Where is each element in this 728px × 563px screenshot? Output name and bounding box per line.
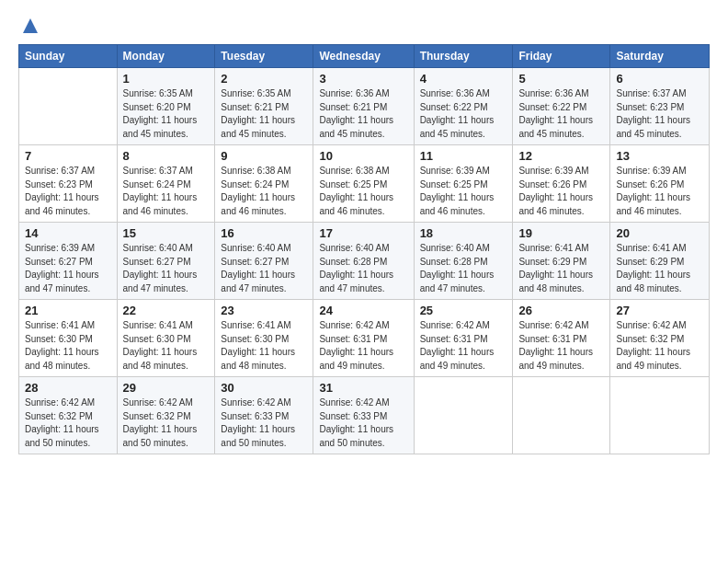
day-info: Sunrise: 6:42 AMSunset: 6:33 PMDaylight:… bbox=[319, 396, 407, 450]
day-number: 25 bbox=[420, 304, 507, 317]
day-number: 8 bbox=[123, 149, 210, 163]
day-info: Sunrise: 6:36 AMSunset: 6:21 PMDaylight:… bbox=[319, 87, 407, 141]
calendar-cell: 13Sunrise: 6:39 AMSunset: 6:26 PMDayligh… bbox=[610, 145, 710, 223]
calendar-cell: 12Sunrise: 6:39 AMSunset: 6:26 PMDayligh… bbox=[513, 145, 610, 223]
svg-marker-0 bbox=[23, 18, 38, 33]
day-info: Sunrise: 6:42 AMSunset: 6:33 PMDaylight:… bbox=[221, 396, 307, 450]
days-header-row: SundayMondayTuesdayWednesdayThursdayFrid… bbox=[19, 45, 710, 68]
day-info: Sunrise: 6:41 AMSunset: 6:29 PMDaylight:… bbox=[616, 242, 703, 295]
day-number: 1 bbox=[123, 72, 210, 86]
day-number: 20 bbox=[616, 226, 703, 240]
day-info: Sunrise: 6:42 AMSunset: 6:32 PMDaylight:… bbox=[123, 396, 210, 450]
calendar-cell: 30Sunrise: 6:42 AMSunset: 6:33 PMDayligh… bbox=[215, 377, 313, 454]
day-number: 14 bbox=[25, 226, 111, 240]
day-info: Sunrise: 6:40 AMSunset: 6:27 PMDaylight:… bbox=[123, 242, 210, 295]
day-number: 3 bbox=[319, 72, 407, 86]
day-info: Sunrise: 6:37 AMSunset: 6:24 PMDaylight:… bbox=[123, 165, 210, 218]
calendar-cell: 3Sunrise: 6:36 AMSunset: 6:21 PMDaylight… bbox=[313, 68, 414, 145]
day-number: 5 bbox=[518, 72, 604, 86]
calendar-cell: 7Sunrise: 6:37 AMSunset: 6:23 PMDaylight… bbox=[19, 145, 118, 223]
calendar-cell: 21Sunrise: 6:41 AMSunset: 6:30 PMDayligh… bbox=[19, 300, 118, 377]
calendar-cell: 20Sunrise: 6:41 AMSunset: 6:29 PMDayligh… bbox=[610, 223, 710, 300]
calendar-cell: 17Sunrise: 6:40 AMSunset: 6:28 PMDayligh… bbox=[313, 223, 414, 300]
calendar-cell: 18Sunrise: 6:40 AMSunset: 6:28 PMDayligh… bbox=[414, 223, 513, 300]
day-info: Sunrise: 6:41 AMSunset: 6:30 PMDaylight:… bbox=[123, 319, 210, 373]
calendar-cell: 15Sunrise: 6:40 AMSunset: 6:27 PMDayligh… bbox=[117, 223, 215, 300]
day-number: 12 bbox=[518, 149, 604, 163]
day-info: Sunrise: 6:36 AMSunset: 6:22 PMDaylight:… bbox=[518, 87, 604, 141]
day-number: 23 bbox=[221, 304, 307, 317]
page: SundayMondayTuesdayWednesdayThursdayFrid… bbox=[0, 0, 728, 563]
day-info: Sunrise: 6:35 AMSunset: 6:20 PMDaylight:… bbox=[123, 87, 210, 141]
day-info: Sunrise: 6:39 AMSunset: 6:27 PMDaylight:… bbox=[25, 242, 111, 295]
day-info: Sunrise: 6:41 AMSunset: 6:30 PMDaylight:… bbox=[25, 319, 111, 373]
day-number: 27 bbox=[616, 304, 703, 317]
day-info: Sunrise: 6:39 AMSunset: 6:26 PMDaylight:… bbox=[616, 165, 703, 218]
calendar-cell: 22Sunrise: 6:41 AMSunset: 6:30 PMDayligh… bbox=[117, 300, 215, 377]
calendar-cell: 16Sunrise: 6:40 AMSunset: 6:27 PMDayligh… bbox=[215, 223, 313, 300]
day-info: Sunrise: 6:35 AMSunset: 6:21 PMDaylight:… bbox=[221, 87, 307, 141]
week-row-2: 7Sunrise: 6:37 AMSunset: 6:23 PMDaylight… bbox=[19, 145, 710, 223]
calendar-cell: 19Sunrise: 6:41 AMSunset: 6:29 PMDayligh… bbox=[513, 223, 610, 300]
calendar-cell: 31Sunrise: 6:42 AMSunset: 6:33 PMDayligh… bbox=[313, 377, 414, 454]
calendar-cell: 26Sunrise: 6:42 AMSunset: 6:31 PMDayligh… bbox=[513, 300, 610, 377]
calendar-cell: 6Sunrise: 6:37 AMSunset: 6:23 PMDaylight… bbox=[610, 68, 710, 145]
day-number: 16 bbox=[221, 226, 307, 240]
day-info: Sunrise: 6:40 AMSunset: 6:27 PMDaylight:… bbox=[221, 242, 307, 295]
week-row-3: 14Sunrise: 6:39 AMSunset: 6:27 PMDayligh… bbox=[19, 223, 710, 300]
calendar-cell: 25Sunrise: 6:42 AMSunset: 6:31 PMDayligh… bbox=[414, 300, 513, 377]
day-number: 6 bbox=[616, 72, 703, 86]
day-info: Sunrise: 6:38 AMSunset: 6:25 PMDaylight:… bbox=[319, 165, 407, 218]
day-info: Sunrise: 6:42 AMSunset: 6:31 PMDaylight:… bbox=[319, 319, 407, 373]
logo-icon bbox=[21, 17, 40, 35]
day-number: 4 bbox=[420, 72, 507, 86]
calendar-cell: 4Sunrise: 6:36 AMSunset: 6:22 PMDaylight… bbox=[414, 68, 513, 145]
calendar-cell: 11Sunrise: 6:39 AMSunset: 6:25 PMDayligh… bbox=[414, 145, 513, 223]
calendar-cell: 14Sunrise: 6:39 AMSunset: 6:27 PMDayligh… bbox=[19, 223, 118, 300]
day-info: Sunrise: 6:42 AMSunset: 6:32 PMDaylight:… bbox=[25, 396, 111, 450]
day-number: 10 bbox=[319, 149, 407, 163]
calendar-cell: 2Sunrise: 6:35 AMSunset: 6:21 PMDaylight… bbox=[215, 68, 313, 145]
day-number: 30 bbox=[221, 381, 307, 395]
day-header-sunday: Sunday bbox=[19, 45, 118, 68]
day-number: 28 bbox=[25, 381, 111, 395]
day-info: Sunrise: 6:41 AMSunset: 6:30 PMDaylight:… bbox=[221, 319, 307, 373]
day-info: Sunrise: 6:39 AMSunset: 6:25 PMDaylight:… bbox=[420, 165, 507, 218]
day-info: Sunrise: 6:42 AMSunset: 6:32 PMDaylight:… bbox=[616, 319, 703, 373]
day-number: 31 bbox=[319, 381, 407, 395]
calendar-cell: 28Sunrise: 6:42 AMSunset: 6:32 PMDayligh… bbox=[19, 377, 118, 454]
calendar-cell: 9Sunrise: 6:38 AMSunset: 6:24 PMDaylight… bbox=[215, 145, 313, 223]
day-number: 11 bbox=[420, 149, 507, 163]
day-info: Sunrise: 6:40 AMSunset: 6:28 PMDaylight:… bbox=[420, 242, 507, 295]
day-number: 2 bbox=[221, 72, 307, 86]
day-number: 22 bbox=[123, 304, 210, 317]
calendar-cell bbox=[513, 377, 610, 454]
calendar-cell bbox=[610, 377, 710, 454]
day-number: 7 bbox=[25, 149, 111, 163]
day-header-wednesday: Wednesday bbox=[313, 45, 414, 68]
day-info: Sunrise: 6:42 AMSunset: 6:31 PMDaylight:… bbox=[420, 319, 507, 373]
day-number: 24 bbox=[319, 304, 407, 317]
week-row-4: 21Sunrise: 6:41 AMSunset: 6:30 PMDayligh… bbox=[19, 300, 710, 377]
day-header-thursday: Thursday bbox=[414, 45, 513, 68]
calendar-cell: 27Sunrise: 6:42 AMSunset: 6:32 PMDayligh… bbox=[610, 300, 710, 377]
day-info: Sunrise: 6:36 AMSunset: 6:22 PMDaylight:… bbox=[420, 87, 507, 141]
day-number: 19 bbox=[518, 226, 604, 240]
calendar-cell bbox=[19, 68, 118, 145]
day-number: 17 bbox=[319, 226, 407, 240]
week-row-1: 1Sunrise: 6:35 AMSunset: 6:20 PMDaylight… bbox=[19, 68, 710, 145]
day-number: 26 bbox=[518, 304, 604, 317]
day-number: 15 bbox=[123, 226, 210, 240]
week-row-5: 28Sunrise: 6:42 AMSunset: 6:32 PMDayligh… bbox=[19, 377, 710, 454]
calendar-table: SundayMondayTuesdayWednesdayThursdayFrid… bbox=[18, 44, 710, 454]
day-info: Sunrise: 6:39 AMSunset: 6:26 PMDaylight:… bbox=[518, 165, 604, 218]
calendar-cell: 5Sunrise: 6:36 AMSunset: 6:22 PMDaylight… bbox=[513, 68, 610, 145]
calendar-cell: 29Sunrise: 6:42 AMSunset: 6:32 PMDayligh… bbox=[117, 377, 215, 454]
day-number: 18 bbox=[420, 226, 507, 240]
day-number: 29 bbox=[123, 381, 210, 395]
day-info: Sunrise: 6:41 AMSunset: 6:29 PMDaylight:… bbox=[518, 242, 604, 295]
calendar-cell: 10Sunrise: 6:38 AMSunset: 6:25 PMDayligh… bbox=[313, 145, 414, 223]
calendar-cell: 24Sunrise: 6:42 AMSunset: 6:31 PMDayligh… bbox=[313, 300, 414, 377]
logo-text bbox=[18, 17, 40, 35]
day-info: Sunrise: 6:42 AMSunset: 6:31 PMDaylight:… bbox=[518, 319, 604, 373]
